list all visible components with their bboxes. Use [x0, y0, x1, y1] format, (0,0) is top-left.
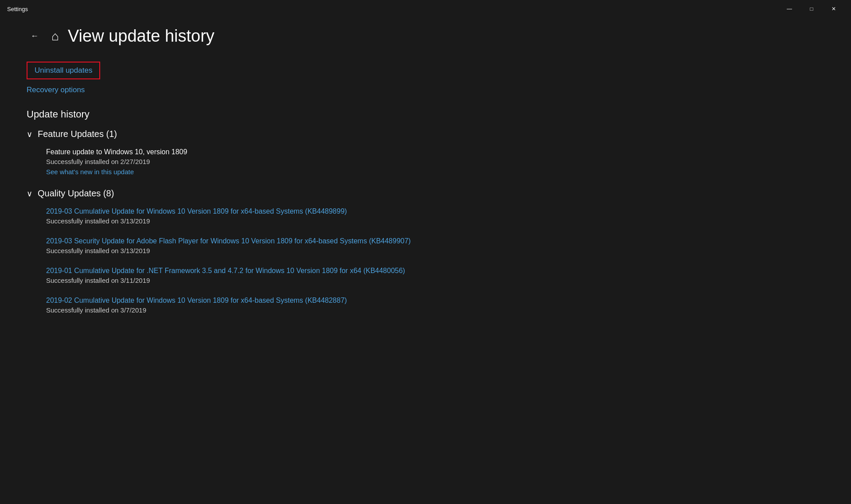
quality-update-status-1: Successfully installed on 3/13/2019	[46, 247, 824, 254]
uninstall-updates-link[interactable]: Uninstall updates	[27, 62, 100, 79]
title-bar-title: Settings	[7, 6, 28, 12]
quality-update-status-0: Successfully installed on 3/13/2019	[46, 217, 824, 225]
maximize-button[interactable]: □	[801, 2, 822, 16]
recovery-options-link[interactable]: Recovery options	[27, 86, 824, 94]
quality-update-name-0[interactable]: 2019-03 Cumulative Update for Windows 10…	[46, 207, 824, 215]
minimize-button[interactable]: —	[779, 2, 800, 16]
quality-update-name-2[interactable]: 2019-01 Cumulative Update for .NET Frame…	[46, 267, 824, 275]
links-section: Uninstall updates Recovery options	[27, 62, 824, 94]
main-content: ← ⌂ View update history Uninstall update…	[0, 18, 851, 335]
feature-updates-header[interactable]: ∨ Feature Updates (1)	[27, 129, 824, 139]
feature-update-name-0: Feature update to Windows 10, version 18…	[46, 148, 824, 156]
quality-update-item-3: 2019-02 Cumulative Update for Windows 10…	[46, 297, 824, 314]
quality-update-item-0: 2019-03 Cumulative Update for Windows 10…	[46, 207, 824, 225]
title-bar: Settings — □ ✕	[0, 0, 851, 18]
quality-updates-label: Quality Updates (8)	[38, 188, 114, 199]
title-bar-controls: — □ ✕	[779, 2, 844, 16]
quality-update-item-1: 2019-03 Security Update for Adobe Flash …	[46, 237, 824, 254]
quality-update-item-2: 2019-01 Cumulative Update for .NET Frame…	[46, 267, 824, 284]
home-icon: ⌂	[51, 29, 59, 43]
quality-update-status-2: Successfully installed on 3/11/2019	[46, 277, 824, 284]
back-icon: ←	[31, 31, 39, 41]
back-button[interactable]: ←	[27, 28, 43, 44]
page-header: ← ⌂ View update history	[27, 27, 824, 46]
feature-updates-label: Feature Updates (1)	[38, 129, 117, 139]
update-history-title: Update history	[27, 109, 824, 120]
feature-update-link-0[interactable]: See what's new in this update	[46, 168, 134, 176]
quality-update-name-3[interactable]: 2019-02 Cumulative Update for Windows 10…	[46, 297, 824, 305]
close-button[interactable]: ✕	[824, 2, 844, 16]
update-history-section: Update history ∨ Feature Updates (1) Fea…	[27, 109, 824, 314]
quality-updates-chevron: ∨	[27, 189, 32, 199]
page-title: View update history	[68, 27, 215, 46]
feature-update-item-0: Feature update to Windows 10, version 18…	[46, 148, 824, 176]
feature-updates-chevron: ∨	[27, 129, 32, 139]
title-bar-left: Settings	[7, 6, 28, 12]
quality-update-status-3: Successfully installed on 3/7/2019	[46, 306, 824, 314]
feature-update-status-0: Successfully installed on 2/27/2019	[46, 158, 824, 165]
quality-update-name-1[interactable]: 2019-03 Security Update for Adobe Flash …	[46, 237, 824, 245]
quality-updates-header[interactable]: ∨ Quality Updates (8)	[27, 188, 824, 199]
